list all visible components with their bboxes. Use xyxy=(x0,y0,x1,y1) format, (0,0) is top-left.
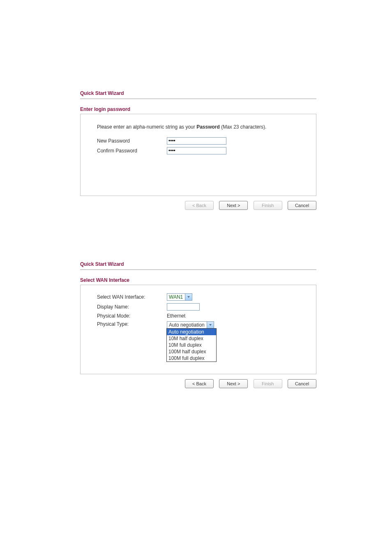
display-name-input[interactable] xyxy=(167,303,200,311)
display-name-label: Display Name: xyxy=(97,304,167,310)
content-box: Please enter an alpha-numeric string as … xyxy=(80,114,316,196)
dropdown-option[interactable]: 100M full duplex xyxy=(167,355,216,362)
instruction-post: (Max 23 characters). xyxy=(220,124,266,130)
new-password-label: New Password xyxy=(97,138,167,144)
row-physical-mode: Physical Mode: Ethernet xyxy=(97,313,300,319)
physical-mode-label: Physical Mode: xyxy=(97,313,167,319)
dropdown-option[interactable]: 10M half duplex xyxy=(167,335,216,342)
row-select-wan: Select WAN Interface: WAN1 xyxy=(97,293,300,301)
section-title: Enter login password xyxy=(80,106,316,112)
instruction-text: Please enter an alpha-numeric string as … xyxy=(97,124,300,130)
chevron-down-icon xyxy=(207,322,214,328)
row-display-name: Display Name: xyxy=(97,303,300,311)
cancel-button[interactable]: Cancel xyxy=(288,201,316,210)
row-physical-type: Physical Type: Auto negotiation Auto neg… xyxy=(97,321,300,329)
next-button[interactable]: Next > xyxy=(219,379,248,388)
wizard-title: Quick Start Wizard xyxy=(80,261,316,270)
section-title: Select WAN Interface xyxy=(80,277,316,283)
wizard-title: Quick Start Wizard xyxy=(80,90,316,99)
dropdown-option[interactable]: Auto negotiation xyxy=(167,329,216,335)
confirm-password-input[interactable] xyxy=(167,147,226,154)
button-row: < Back Next > Finish Cancel xyxy=(80,201,316,210)
next-button[interactable]: Next > xyxy=(219,201,248,210)
finish-button: Finish xyxy=(254,379,282,388)
instruction-bold: Password xyxy=(196,124,220,130)
instruction-pre: Please enter an alpha-numeric string as … xyxy=(97,124,196,130)
physical-type-dropdown: Auto negotiation 10M half duplex 10M ful… xyxy=(166,328,217,362)
new-password-input[interactable] xyxy=(167,137,226,145)
select-wan-interface[interactable]: WAN1 xyxy=(167,293,192,301)
content-box: Select WAN Interface: WAN1 Display Name:… xyxy=(80,285,316,374)
back-button[interactable]: < Back xyxy=(185,379,214,388)
chevron-down-icon xyxy=(185,294,192,300)
back-button: < Back xyxy=(185,201,214,210)
select-physical-type[interactable]: Auto negotiation xyxy=(167,321,214,329)
cancel-button[interactable]: Cancel xyxy=(288,379,316,388)
row-new-password: New Password xyxy=(97,137,300,145)
wizard-panel-password: Quick Start Wizard Enter login password … xyxy=(80,90,316,210)
confirm-password-label: Confirm Password xyxy=(97,148,167,154)
dropdown-option[interactable]: 100M half duplex xyxy=(167,348,216,355)
select-wan-label: Select WAN Interface: xyxy=(97,294,167,300)
button-row: < Back Next > Finish Cancel xyxy=(80,379,316,388)
dropdown-option[interactable]: 10M full duplex xyxy=(167,342,216,348)
physical-mode-value: Ethernet xyxy=(167,313,185,319)
row-confirm-password: Confirm Password xyxy=(97,147,300,154)
wizard-panel-wan: Quick Start Wizard Select WAN Interface … xyxy=(80,261,316,388)
finish-button: Finish xyxy=(254,201,282,210)
physical-type-label: Physical Type: xyxy=(97,321,167,327)
